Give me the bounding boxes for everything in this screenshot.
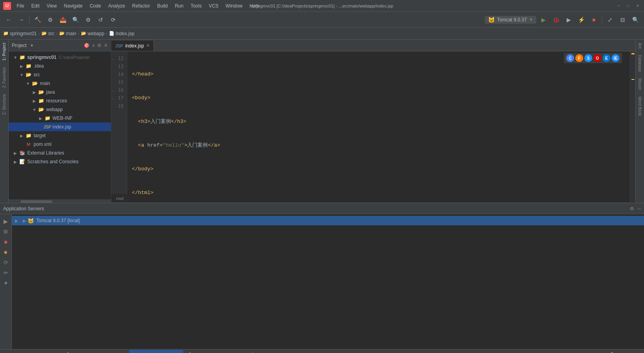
settings-button[interactable]: ⚙	[83, 14, 94, 25]
tree-item-extlibs[interactable]: ▶ 📚 External Libraries	[9, 149, 111, 157]
tree-item-scratches[interactable]: ▶ 📝 Scratches and Consoles	[9, 157, 111, 166]
tree-item-idea[interactable]: ▶ 📁 .idea	[9, 62, 111, 70]
tree-item-root[interactable]: ▼ 📁 springmvc01 C:\IdeaProjects\	[9, 53, 111, 62]
tree-item-src[interactable]: ▼ 📂 src	[9, 70, 111, 79]
ant-tab[interactable]: Ant	[636, 40, 643, 52]
tree-item-target[interactable]: ▶ 📁 target	[9, 131, 111, 140]
tab-run[interactable]: ▶ 4: Run	[2, 350, 28, 353]
expand-editor-button[interactable]: ⤢	[605, 14, 616, 25]
menu-refactor[interactable]: Refactor	[129, 2, 153, 9]
deploy-settings-icon[interactable]: ⚙	[2, 228, 10, 236]
navigate-icon[interactable]: ✦	[2, 279, 10, 287]
project-tab[interactable]: 1: Project	[1, 40, 8, 64]
update-button[interactable]: ↺	[95, 14, 106, 25]
tab-java-enterprise[interactable]: ☕ Java Enterprise	[246, 350, 293, 353]
edge-icon[interactable]: E	[603, 54, 610, 62]
tab-event-log[interactable]: 🔍 Event Log	[606, 350, 642, 353]
wordbook-tab[interactable]: Word Book	[636, 93, 643, 119]
stop-button[interactable]: ■	[588, 14, 599, 25]
bottom-panel-minimize-icon[interactable]: ─	[637, 206, 641, 211]
fold-arrow-12[interactable]: ⌄	[112, 57, 114, 60]
arrow-webinf[interactable]: ▶	[38, 115, 43, 121]
breadcrumb-main[interactable]: 📂 main	[59, 31, 76, 36]
sidebar-dropdown-icon[interactable]: ▼	[30, 43, 34, 48]
sidebar-settings-icon[interactable]: ⚙	[97, 43, 101, 48]
code-editor[interactable]: C F S O E IE ⌄ 12	[111, 51, 630, 203]
reload-button[interactable]: ⟳	[108, 14, 119, 25]
debug-button[interactable]: 🐞	[550, 14, 561, 25]
menu-navigate[interactable]: Navigate	[61, 2, 86, 9]
arrow-idea[interactable]: ▶	[19, 63, 24, 69]
stop-server-icon[interactable]: ■	[2, 238, 10, 246]
server-tomcat-item[interactable]: ▶ ▶ 🐱 Tomcat 9.0.37 [local]	[12, 216, 644, 225]
close-button[interactable]: ✕	[635, 3, 641, 9]
breadcrumb-project[interactable]: 📁 springmvc01	[3, 31, 37, 36]
maven-tab[interactable]: Maven	[636, 75, 643, 93]
breadcrumb-webapp[interactable]: 📂 webapp	[81, 31, 104, 36]
arrow-extlibs[interactable]: ▶	[13, 150, 18, 156]
arrow-resources[interactable]: ▶	[32, 98, 37, 104]
forward-button[interactable]: →	[16, 14, 27, 25]
menu-edit[interactable]: Edit	[28, 2, 43, 9]
restore-button[interactable]: □	[625, 3, 631, 9]
menu-view[interactable]: View	[43, 2, 60, 9]
ie-icon[interactable]: IE	[612, 54, 620, 62]
profile-button[interactable]: ⚡	[576, 14, 587, 25]
arrow-src[interactable]: ▼	[19, 72, 24, 77]
server-tree-arrow[interactable]: ▶	[23, 219, 26, 223]
arrow-root[interactable]: ▼	[13, 55, 18, 60]
fold-arrow-17[interactable]: ⌄	[112, 96, 114, 100]
server-expand-arrow[interactable]: ▶	[15, 219, 18, 223]
favorites-server-icon[interactable]: ★	[2, 248, 10, 256]
favorites-tab[interactable]: 2: Favorites	[1, 64, 8, 91]
firefox-icon[interactable]: F	[575, 54, 583, 62]
tab-spring[interactable]: 🍃 Spring	[184, 350, 213, 353]
tab-indexjsp[interactable]: JSP index.jsp ✕	[111, 40, 154, 51]
menu-window[interactable]: Window	[222, 2, 246, 9]
tree-item-pomxml[interactable]: ▶ M pom.xml	[9, 140, 111, 149]
deploy-button[interactable]: 📤	[57, 14, 68, 25]
arrow-webapp[interactable]: ▼	[32, 107, 37, 112]
code-content[interactable]: </head> <body> <h3>入门案例</h3> <a href="he…	[127, 51, 630, 194]
fold-arrow-16[interactable]: ⌄	[112, 88, 114, 92]
safari-icon[interactable]: S	[584, 54, 592, 62]
sidebar-locate-icon[interactable]: 🎯	[84, 43, 90, 48]
edit-icon[interactable]: ✏	[2, 269, 10, 277]
back-button[interactable]: ←	[3, 14, 14, 25]
tab-indexjsp-close[interactable]: ✕	[146, 43, 150, 48]
arrow-scratches[interactable]: ▶	[13, 159, 18, 164]
menu-file[interactable]: File	[13, 2, 27, 9]
tree-item-webinf[interactable]: ▶ 📁 WEB-INF	[9, 114, 111, 123]
expand-icon[interactable]: ▶	[2, 217, 10, 225]
menu-build[interactable]: Build	[154, 2, 171, 9]
database-tab[interactable]: Database	[636, 52, 643, 75]
arrow-java[interactable]: ▶	[32, 89, 37, 95]
tab-todo[interactable]: ☑ 6: TODO	[29, 350, 61, 353]
tab-messages[interactable]: ✉ 0: Messages	[88, 350, 128, 353]
menu-tools[interactable]: Tools	[188, 2, 205, 9]
structure-tab[interactable]: Z: Structure	[1, 91, 8, 118]
run-config-selector[interactable]: 🐱 Tomcat 9.0.37 ▼	[485, 16, 536, 24]
menu-run[interactable]: Run	[172, 2, 187, 9]
tree-item-main[interactable]: ▼ 📂 main	[9, 79, 111, 88]
update-icon[interactable]: ⟳	[2, 259, 10, 266]
build-button[interactable]: 🔨	[32, 14, 43, 25]
sidebar-close-icon[interactable]: ✕	[104, 43, 108, 48]
split-horizontal-button[interactable]: ⊟	[617, 14, 628, 25]
arrow-main[interactable]: ▼	[25, 81, 31, 86]
tree-item-java[interactable]: ▶ 📂 java	[9, 88, 111, 96]
arrow-target[interactable]: ▶	[19, 133, 24, 138]
tab-app-servers[interactable]: ⚙ Application Servers	[129, 350, 183, 353]
sync-button[interactable]: ⚙	[45, 14, 56, 25]
breadcrumb-file[interactable]: 📄 index.jsp	[109, 31, 134, 36]
tree-item-indexjsp[interactable]: ▶ JSP index.jsp	[9, 123, 111, 131]
search-button[interactable]: 🔍	[630, 14, 641, 25]
run-button[interactable]: ▶	[538, 14, 549, 25]
chrome-icon[interactable]: C	[566, 54, 574, 62]
tab-build[interactable]: 🔨 Build	[62, 350, 88, 353]
minimize-button[interactable]: ─	[616, 3, 622, 9]
menu-analyze[interactable]: Analyze	[105, 2, 128, 9]
breadcrumb-src[interactable]: 📂 src	[41, 31, 54, 36]
sidebar-scrollbar[interactable]	[9, 200, 111, 203]
bottom-panel-settings-icon[interactable]: ⚙	[630, 206, 634, 211]
